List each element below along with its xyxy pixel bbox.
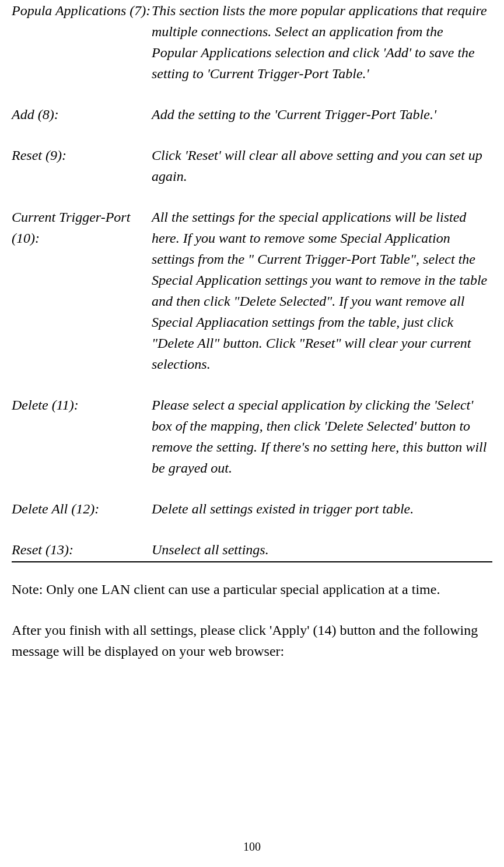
note-text: Note: Only one LAN client can use a part… [12, 579, 492, 600]
definition-term: Delete All (12): [12, 498, 152, 519]
definition-description: Unselect all settings. [152, 539, 492, 560]
definition-term: Current Trigger-Port (10): [12, 207, 152, 375]
definition-description: Add the setting to the 'Current Trigger-… [152, 104, 492, 125]
definition-row: Current Trigger-Port (10): All the setti… [12, 207, 492, 375]
definition-term: Reset (13): [12, 539, 152, 560]
definition-description: Click 'Reset' will clear all above setti… [152, 145, 492, 187]
definition-row: Reset (9): Click 'Reset' will clear all … [12, 145, 492, 187]
after-note-text: After you finish with all settings, plea… [12, 620, 492, 662]
page-number: 100 [0, 838, 504, 855]
definition-description: All the settings for the special applica… [152, 207, 492, 375]
definition-term: Popula Applications (7): [12, 0, 152, 84]
definition-row: Delete All (12): Delete all settings exi… [12, 498, 492, 519]
definition-term: Add (8): [12, 104, 152, 125]
definition-description: This section lists the more popular appl… [152, 0, 492, 84]
definition-description: Delete all settings existed in trigger p… [152, 498, 492, 519]
definition-term: Delete (11): [12, 394, 152, 478]
definition-term: Reset (9): [12, 145, 152, 187]
definition-row: Reset (13): Unselect all settings. [12, 539, 492, 560]
definition-row: Add (8): Add the setting to the 'Current… [12, 104, 492, 125]
definition-row: Popula Applications (7): This section li… [12, 0, 492, 84]
definition-row: Delete (11): Please select a special app… [12, 394, 492, 478]
definitions-section: Popula Applications (7): This section li… [12, 0, 492, 562]
definition-description: Please select a special application by c… [152, 394, 492, 478]
